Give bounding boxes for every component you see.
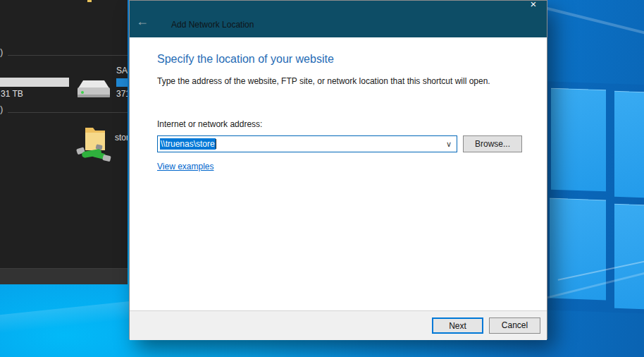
group-divider (8, 112, 128, 113)
view-examples-link[interactable]: View examples (157, 162, 213, 171)
network-folder-icon[interactable] (76, 121, 113, 162)
drive-size-label: 31 TB (1, 89, 23, 99)
address-combobox[interactable]: \\truenas\store ∨ (157, 135, 457, 152)
desktop-screen: ) 31 TB SAM 371 ) stor ← (0, 0, 644, 357)
clipped-icon-fragment (87, 0, 92, 2)
browse-button[interactable]: Browse... (463, 135, 522, 152)
drive-capacity-bar (116, 78, 128, 87)
windows-logo-pane-top-right (614, 91, 644, 198)
network-location-name-label[interactable]: stor (115, 133, 128, 143)
page-title: Specify the location of your website (157, 53, 334, 66)
dialog-footer: Next Cancel (130, 310, 547, 340)
text-caret (216, 139, 216, 149)
page-description: Type the address of the website, FTP sit… (157, 76, 490, 86)
cancel-button[interactable]: Cancel (489, 317, 540, 334)
address-field-label: Internet or network address: (157, 119, 262, 129)
drive-size-label: 371 (116, 89, 128, 99)
dialog-title: Add Network Location (171, 20, 254, 30)
group-divider (8, 55, 128, 56)
dialog-title-bar: ← Add Network Location × (130, 1, 547, 37)
dialog-body: Specify the location of your website Typ… (130, 37, 547, 310)
wallpaper-light-beam (531, 3, 644, 45)
group-header-fragment: ) (0, 104, 3, 114)
back-arrow-icon[interactable]: ← (136, 15, 149, 28)
file-explorer-window: ) 31 TB SAM 371 ) stor (0, 0, 128, 284)
add-network-location-dialog: ← Add Network Location × Specify the loc… (129, 0, 547, 339)
group-header-fragment: ) (0, 47, 3, 57)
explorer-status-bar (0, 268, 128, 284)
selected-text: \\truenas\store (160, 138, 216, 150)
next-button[interactable]: Next (432, 317, 483, 334)
windows-logo-pane-top-left (551, 88, 606, 192)
address-input[interactable]: \\truenas\store (158, 138, 441, 150)
drive-name-label[interactable]: SAM (116, 66, 128, 75)
chevron-down-icon[interactable]: ∨ (441, 140, 457, 149)
hard-drive-icon[interactable] (76, 78, 111, 101)
windows-logo-pane-bottom-right (614, 204, 644, 310)
drive-capacity-bar (0, 78, 69, 87)
close-icon[interactable]: × (527, 0, 540, 10)
